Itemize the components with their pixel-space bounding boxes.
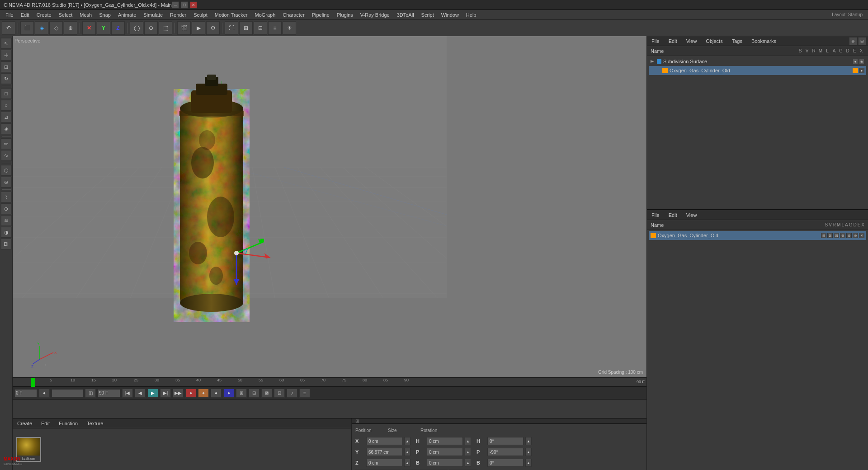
sidebar-scale[interactable]: ⊞ [1, 61, 12, 72]
close-button[interactable]: ✕ [190, 1, 197, 9]
om-icon-2[interactable]: ⊞ [858, 37, 866, 45]
sidebar-cube[interactable]: □ [1, 88, 12, 99]
menu-help[interactable]: Help [462, 11, 480, 19]
prop-b-rot-up[interactable]: ▲ [525, 459, 532, 467]
tl-extra[interactable]: ≡ [299, 389, 310, 398]
menu-sculpt[interactable]: Sculpt [190, 11, 211, 19]
end-frame-input[interactable] [98, 389, 120, 397]
prop-p-rot-input[interactable] [487, 448, 524, 456]
timeline-ruler[interactable]: 0 5 10 15 20 25 30 35 40 45 50 55 60 65 … [13, 378, 646, 387]
menu-character[interactable]: Character [279, 11, 308, 19]
menu-mesh[interactable]: Mesh [76, 11, 95, 19]
om-bottom-tab-edit[interactable]: Edit [666, 212, 680, 219]
obj-bottom-icon-3[interactable]: ⊡ [834, 233, 839, 238]
mode-edge[interactable]: ◇ [49, 21, 63, 35]
sidebar-move[interactable]: ✛ [1, 50, 12, 61]
current-frame-marker[interactable] [31, 378, 35, 387]
minimize-button[interactable]: ─ [172, 1, 179, 9]
tool-workplane[interactable]: ≡ [268, 21, 282, 35]
sidebar-deformer[interactable]: ⌇ [1, 192, 12, 202]
menu-vray[interactable]: V-Ray Bridge [357, 11, 393, 19]
tool-rect-select[interactable]: ⬚ [159, 21, 172, 35]
obj-render-icon[interactable]: ◈ [859, 59, 864, 64]
tl-record[interactable]: ● [39, 389, 50, 398]
mode-point[interactable]: ⊕ [64, 21, 77, 35]
obj-item-subdivision[interactable]: Subdivision Surface ● ◈ [649, 57, 866, 66]
prop-p-up[interactable]: ▲ [465, 448, 471, 456]
undo-button[interactable]: ↶ [2, 21, 15, 35]
menu-simulate[interactable]: Simulate [140, 11, 166, 19]
prop-p-size-input[interactable] [427, 448, 463, 456]
render-preview[interactable]: 🎬 [177, 21, 191, 35]
menu-snap[interactable]: Snap [95, 11, 114, 19]
obj-item-cylinder[interactable]: Oxygen_Gas_Cylinder_Old ● [649, 66, 866, 75]
tl-mode-2[interactable]: ⊟ [249, 389, 259, 398]
prop-b-size-input[interactable] [427, 459, 463, 467]
tl-play-range[interactable]: ◫ [85, 389, 96, 398]
om-tab-edit[interactable]: Edit [666, 38, 680, 45]
maximize-button[interactable]: □ [181, 1, 188, 9]
sidebar-lathe[interactable]: ⊛ [1, 177, 12, 188]
mat-menu-texture[interactable]: Texture [84, 420, 106, 427]
prop-h-size-input[interactable] [427, 437, 463, 445]
prop-p-rot-up[interactable]: ▲ [525, 448, 532, 456]
menu-3dtoall[interactable]: 3DToAll [393, 11, 418, 19]
prop-y-up[interactable]: ▲ [404, 448, 410, 456]
obj-bottom-icon-5[interactable]: ⊗ [846, 233, 852, 238]
om-tab-bookmarks[interactable]: Bookmarks [749, 38, 779, 45]
menu-animate[interactable]: Animate [114, 11, 140, 19]
sidebar-tag[interactable]: ⛋ [1, 239, 12, 249]
render-settings[interactable]: ⚙ [206, 21, 220, 35]
prop-b-rot-input[interactable] [487, 459, 524, 467]
tool-select-obj[interactable]: ◯ [130, 21, 143, 35]
obj-bottom-icon-6[interactable]: ⊘ [853, 233, 858, 238]
tl-back-start[interactable]: |◀ [122, 389, 133, 398]
current-frame-input[interactable] [14, 389, 37, 397]
tl-record-gray[interactable]: ● [211, 389, 222, 398]
obj-bottom-icon-4[interactable]: ⊕ [840, 233, 845, 238]
prop-b-up[interactable]: ▲ [465, 459, 471, 467]
tool-live-select[interactable]: ⊙ [144, 21, 158, 35]
om-bottom-tab-file[interactable]: File [649, 212, 662, 219]
sidebar-active-tool[interactable]: ↖ [1, 38, 12, 49]
menu-motion-tracker[interactable]: Motion Tracker [211, 11, 251, 19]
sidebar-light[interactable]: ◈ [1, 123, 12, 134]
mode-model[interactable]: ⬛ [20, 21, 34, 35]
om-bottom-tab-view[interactable]: View [684, 212, 700, 219]
viewport[interactable]: View Cameras Display Options Filter Pane… [13, 36, 646, 377]
obj-bottom-icon-1[interactable]: ⊞ [821, 233, 826, 238]
mat-menu-edit[interactable]: Edit [38, 420, 52, 427]
menu-edit[interactable]: Edit [17, 11, 33, 19]
tl-record-orange[interactable]: ● [198, 389, 209, 398]
tl-audio[interactable]: ♪ [287, 389, 297, 398]
prop-h-up[interactable]: ▲ [465, 437, 471, 445]
tool-axis[interactable]: ⊞ [239, 21, 253, 35]
tool-snap[interactable]: ⛶ [225, 21, 238, 35]
obj-mat-preview[interactable] [853, 68, 858, 73]
om-tab-tags[interactable]: Tags [729, 38, 745, 45]
menu-select[interactable]: Select [55, 11, 76, 19]
menu-file[interactable]: File [2, 11, 17, 19]
render-active[interactable]: ▶ [192, 21, 205, 35]
tool-light[interactable]: ☀ [283, 21, 296, 35]
sidebar-sphere[interactable]: ○ [1, 100, 12, 111]
menu-mograph[interactable]: MoGraph [251, 11, 279, 19]
tl-record-red[interactable]: ● [185, 389, 196, 398]
om-icon-1[interactable]: ⊕ [849, 37, 857, 45]
prop-x-input[interactable] [366, 437, 402, 445]
tl-end[interactable]: ▶▶ [173, 389, 184, 398]
menu-pipeline[interactable]: Pipeline [308, 11, 333, 19]
sidebar-material[interactable]: ◑ [1, 227, 12, 238]
tool-move[interactable]: ✕ [82, 21, 96, 35]
tl-mode-1[interactable]: ⊞ [236, 389, 247, 398]
menu-window[interactable]: Window [438, 11, 462, 19]
tl-mode-4[interactable]: ⊡ [274, 389, 285, 398]
tool-coord[interactable]: ⊟ [254, 21, 267, 35]
obj-bottom-icon-7[interactable]: ✕ [859, 233, 864, 238]
tl-next-key[interactable]: ▶| [160, 389, 171, 398]
sidebar-effector[interactable]: ⊕ [1, 203, 12, 214]
tl-mode-3[interactable]: ⊠ [261, 389, 272, 398]
menu-plugins[interactable]: Plugins [333, 11, 357, 19]
om-tab-view[interactable]: View [684, 38, 700, 45]
prop-x-up[interactable]: ▲ [404, 437, 410, 445]
